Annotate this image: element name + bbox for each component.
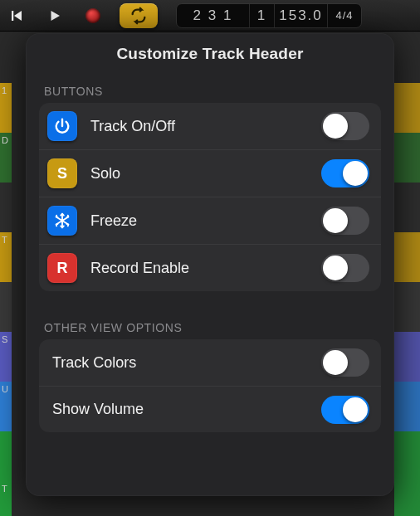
lcd-position[interactable]: 2 3 1 <box>177 4 250 27</box>
track-color-strip <box>0 431 12 481</box>
track-region <box>394 232 420 282</box>
track-region <box>394 332 420 382</box>
solo-icon: S <box>47 158 77 188</box>
transport-bar: 2 3 1 1 153.0 4/4 <box>0 0 420 32</box>
track-label: T <box>2 484 7 494</box>
track-label: 1 <box>2 85 7 95</box>
track-color-strip <box>0 183 12 232</box>
track-region <box>394 282 420 332</box>
track-color-strip <box>0 282 12 332</box>
setting-label: Show Volume <box>52 401 321 418</box>
toggle-switch[interactable] <box>321 112 369 140</box>
go-to-start-button[interactable] <box>5 4 28 27</box>
record-icon: R <box>47 253 77 283</box>
track-region <box>394 83 420 133</box>
lcd-signature[interactable]: 4/4 <box>328 4 361 27</box>
setting-label: Record Enable <box>90 260 321 277</box>
lcd-beats[interactable]: 1 <box>250 4 275 27</box>
setting-row: Track Colors <box>39 339 381 386</box>
lcd-display[interactable]: 2 3 1 1 153.0 4/4 <box>176 3 362 28</box>
setting-label: Track Colors <box>52 354 321 372</box>
track-region <box>394 481 420 516</box>
track-label: U <box>2 384 8 394</box>
record-icon <box>85 8 100 23</box>
lcd-tempo[interactable]: 153.0 <box>275 4 328 27</box>
toggle-switch[interactable] <box>321 207 369 235</box>
setting-row: Track On/Off <box>39 103 381 149</box>
setting-label: Track On/Off <box>90 118 321 135</box>
section-title-other: Other View Options <box>44 321 376 334</box>
toggle-switch[interactable] <box>321 159 369 187</box>
setting-label: Freeze <box>90 212 321 230</box>
track-label: D <box>2 135 8 145</box>
section-title-buttons: Buttons <box>44 85 376 98</box>
customize-track-header-panel: Customize Track Header Buttons Track On/… <box>26 33 394 496</box>
setting-label: Solo <box>90 165 321 183</box>
svg-rect-0 <box>12 11 13 21</box>
track-label: S <box>2 334 7 344</box>
panel-title: Customize Track Header <box>39 45 381 63</box>
record-button[interactable] <box>81 4 105 27</box>
track-region <box>394 431 420 481</box>
play-button[interactable] <box>43 4 66 27</box>
setting-row: Freeze <box>39 197 381 244</box>
track-region <box>394 382 420 431</box>
buttons-group: Track On/OffSSoloFreezeRRecord Enable <box>39 103 381 291</box>
setting-row: RRecord Enable <box>39 244 381 291</box>
track-region <box>394 133 420 183</box>
setting-row: Show Volume <box>39 386 381 432</box>
freeze-icon <box>47 206 77 236</box>
toggle-switch[interactable] <box>321 348 369 377</box>
cycle-button[interactable] <box>120 3 158 28</box>
track-label: T <box>2 235 7 245</box>
other-options-group: Track ColorsShow Volume <box>39 339 381 432</box>
toggle-switch[interactable] <box>321 254 369 282</box>
toggle-switch[interactable] <box>321 396 369 424</box>
power-icon <box>47 111 77 141</box>
setting-row: SSolo <box>39 149 381 197</box>
track-region <box>394 183 420 232</box>
